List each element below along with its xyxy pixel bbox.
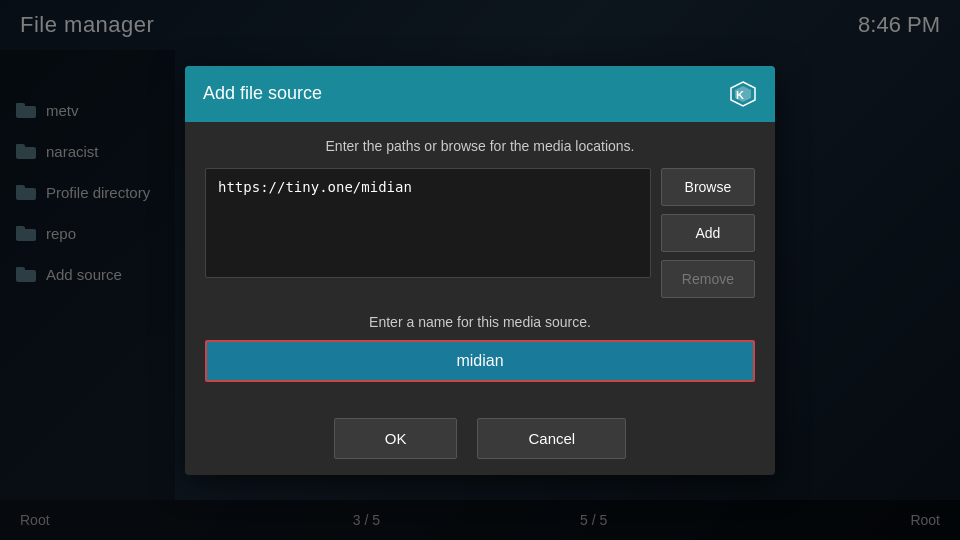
path-section: Browse Add Remove <box>205 168 755 298</box>
dialog-header: Add file source K <box>185 66 775 122</box>
path-buttons: Browse Add Remove <box>661 168 755 298</box>
name-instruction: Enter a name for this media source. <box>205 314 755 330</box>
add-file-source-dialog: Add file source K Enter the paths or bro… <box>185 66 775 475</box>
dialog-body: Enter the paths or browse for the media … <box>185 122 775 418</box>
ok-button[interactable]: OK <box>334 418 458 459</box>
name-input-wrapper <box>205 340 755 382</box>
cancel-button[interactable]: Cancel <box>477 418 626 459</box>
remove-button[interactable]: Remove <box>661 260 755 298</box>
path-textarea[interactable] <box>205 168 651 278</box>
name-input[interactable] <box>205 340 755 382</box>
dialog-footer: OK Cancel <box>185 418 775 475</box>
path-instruction: Enter the paths or browse for the media … <box>205 138 755 154</box>
browse-button[interactable]: Browse <box>661 168 755 206</box>
dialog-title: Add file source <box>203 83 322 104</box>
add-button[interactable]: Add <box>661 214 755 252</box>
svg-text:K: K <box>736 89 744 101</box>
modal-overlay: Add file source K Enter the paths or bro… <box>0 0 960 540</box>
kodi-logo: K <box>729 80 757 108</box>
